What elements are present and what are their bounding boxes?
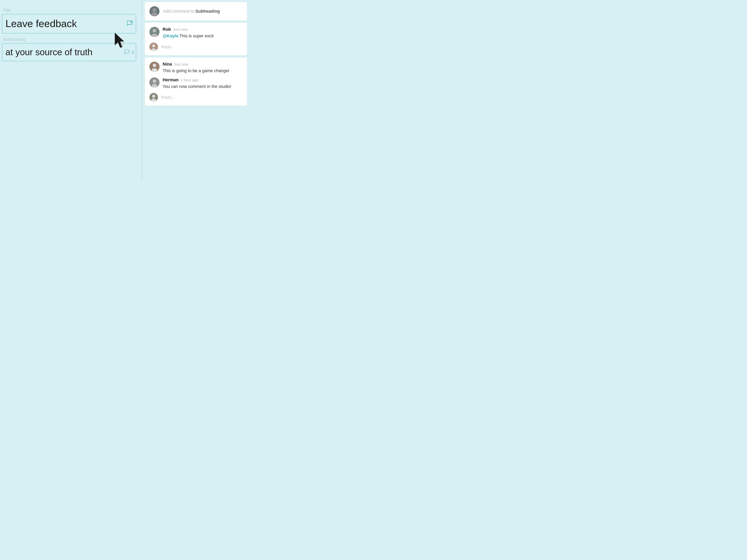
subheading-field-content[interactable]: at your source of truth 3 bbox=[2, 43, 136, 61]
add-comment-text[interactable]: Add comment to Subheading bbox=[163, 9, 220, 14]
comment-rob-body: Rob Just now @Kayla This is super excit bbox=[163, 27, 242, 39]
add-comment-button[interactable] bbox=[126, 18, 134, 30]
svg-point-14 bbox=[152, 68, 157, 72]
title-field-content[interactable]: Leave feedback bbox=[2, 14, 136, 33]
reply-avatar-1 bbox=[149, 43, 158, 51]
title-value: Leave feedback bbox=[5, 18, 77, 29]
comment-nina-header: Nina Just now bbox=[163, 62, 242, 67]
rob-reply-row[interactable]: Reply bbox=[149, 43, 242, 51]
nina-herman-reply-row[interactable]: Reply... bbox=[149, 93, 242, 102]
svg-point-16 bbox=[153, 79, 156, 83]
add-comment-avatar bbox=[149, 6, 159, 16]
nina-text: This is going to be a game changer bbox=[163, 68, 242, 74]
nina-author: Nina bbox=[163, 62, 172, 67]
rob-text-body: This is super excit bbox=[178, 33, 213, 38]
subheading-comment-button[interactable]: 3 bbox=[124, 49, 134, 55]
title-label: Title bbox=[2, 8, 136, 13]
herman-author: Herman bbox=[163, 77, 179, 82]
add-comment-bold: Subheading bbox=[195, 9, 220, 14]
thread-rob: Rob Just now @Kayla This is super excit … bbox=[145, 23, 247, 55]
comment-herman-body: Herman 1 hour ago You can now comment in… bbox=[163, 77, 242, 90]
svg-point-4 bbox=[153, 8, 156, 12]
herman-time: 1 hour ago bbox=[181, 78, 198, 82]
svg-point-18 bbox=[153, 83, 156, 85]
avatar-nina bbox=[149, 62, 159, 72]
comment-herman-header: Herman 1 hour ago bbox=[163, 77, 242, 82]
add-comment-card: Add comment to Subheading bbox=[145, 2, 247, 21]
comment-herman: Herman 1 hour ago You can now comment in… bbox=[149, 77, 242, 90]
comment-count: 3 bbox=[131, 50, 134, 55]
rob-reply-placeholder[interactable]: Reply bbox=[161, 45, 172, 49]
svg-point-20 bbox=[152, 95, 155, 98]
subheading-value: at your source of truth bbox=[5, 47, 93, 57]
left-panel: Title Leave feedback Subheading at your … bbox=[0, 0, 142, 181]
rob-author: Rob bbox=[163, 27, 171, 32]
reply-avatar-2 bbox=[149, 93, 158, 102]
herman-text: You can now comment in the studio! bbox=[163, 84, 242, 90]
rob-text: @Kayla This is super excit bbox=[163, 33, 242, 39]
svg-point-13 bbox=[153, 63, 156, 67]
svg-point-10 bbox=[152, 44, 155, 48]
subheading-label: Subheading bbox=[2, 37, 136, 42]
comment-rob: Rob Just now @Kayla This is super excit bbox=[149, 27, 242, 39]
nina-herman-reply-placeholder[interactable]: Reply... bbox=[161, 95, 175, 100]
subheading-field-group: Subheading at your source of truth 3 bbox=[2, 37, 136, 61]
avatar-rob bbox=[149, 27, 159, 37]
title-field-group: Title Leave feedback bbox=[2, 8, 136, 33]
thread-nina-herman: Nina Just now This is going to be a game… bbox=[145, 57, 247, 106]
svg-point-5 bbox=[151, 12, 158, 16]
avatar-herman bbox=[149, 77, 159, 87]
right-panel: Add comment to Subheading Rob Just now @… bbox=[142, 0, 247, 181]
svg-point-7 bbox=[153, 29, 156, 32]
rob-time: Just now bbox=[173, 27, 187, 32]
rob-mention: @Kayla bbox=[163, 33, 178, 38]
add-comment-prefix: Add comment to bbox=[163, 9, 195, 14]
panel-divider bbox=[141, 0, 142, 181]
comment-nina: Nina Just now This is going to be a game… bbox=[149, 62, 242, 74]
nina-time: Just now bbox=[174, 62, 188, 66]
comment-rob-header: Rob Just now bbox=[163, 27, 242, 32]
comment-nina-body: Nina Just now This is going to be a game… bbox=[163, 62, 242, 74]
